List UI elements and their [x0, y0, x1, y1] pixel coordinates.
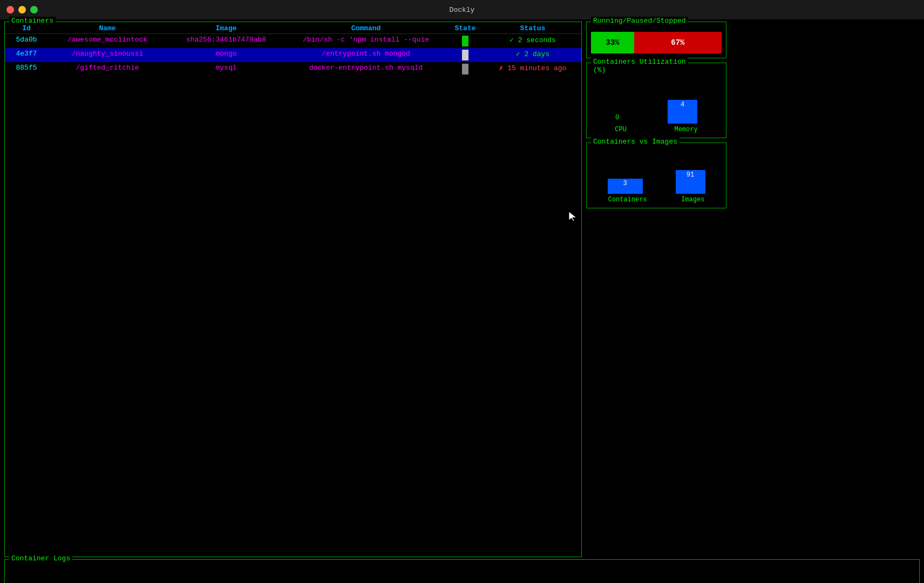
cvi-box: Containers vs Images 3 91 Contai — [586, 143, 726, 208]
row-state — [446, 36, 484, 46]
cvi-content: 3 91 Containers Images — [591, 156, 722, 204]
logs-content — [5, 560, 919, 583]
table-row[interactable]: 885f5 /gifted_ritchie mysql docker-entry… — [5, 62, 581, 76]
table-header: Id Name Image Command State Status — [5, 22, 581, 34]
images-chart: 91 — [676, 170, 705, 194]
row-image: mysql — [167, 64, 286, 74]
close-button[interactable] — [6, 6, 14, 13]
cvi-labels: Containers Images — [591, 196, 722, 204]
images-label: Images — [681, 196, 704, 204]
minimize-button[interactable] — [18, 6, 26, 13]
row-command: /bin/sh -c 'npm install --quie — [286, 36, 446, 46]
containers-chart: 3 — [608, 179, 643, 194]
logs-panel: Container Logs — [4, 559, 920, 583]
cvi-label: Containers vs Images — [591, 138, 680, 146]
cpu-chart: 0 — [615, 114, 619, 124]
row-name: /awesome_mcclintock — [48, 36, 167, 46]
col-header-state: State — [446, 24, 484, 32]
col-header-name: Name — [48, 24, 167, 32]
col-header-image: Image — [167, 24, 286, 32]
util-labels: CPU Memory — [591, 126, 722, 133]
rps-box: Running/Paused/Stopped 33% 67% — [586, 22, 726, 58]
utilization-label: Containers Utilization(%) — [591, 58, 688, 74]
row-status: ✓ 2 seconds — [484, 36, 581, 46]
table-row[interactable]: 5da0b /awesome_mcclintock sha256:3461b74… — [5, 34, 581, 48]
cvi-charts: 3 91 — [591, 156, 722, 194]
state-icon-white — [462, 50, 468, 60]
containers-panel-label: Containers — [9, 17, 56, 25]
row-status: ✗ 15 minutes ago — [484, 64, 581, 74]
window-controls — [6, 6, 38, 13]
logs-panel-label: Container Logs — [9, 554, 72, 562]
row-state — [446, 64, 484, 74]
containers-panel: Containers Id Name Image Command State S… — [4, 22, 582, 557]
cpu-label: CPU — [615, 126, 627, 133]
row-command: docker-entrypoint.sh mysqld — [286, 64, 446, 74]
state-icon-gray — [462, 64, 468, 74]
row-status: ✓ 2 days — [484, 50, 581, 60]
col-header-id: Id — [5, 24, 48, 32]
utilization-box: Containers Utilization(%) 0 4 CPU Memory — [586, 63, 726, 138]
row-id: 4e3f7 — [5, 50, 48, 60]
util-charts: 0 4 — [591, 80, 722, 124]
app-title: Dockly — [450, 6, 475, 14]
main-area: Containers Id Name Image Command State S… — [0, 19, 924, 559]
row-id: 885f5 — [5, 64, 48, 74]
utilization-content: 0 4 CPU Memory — [591, 80, 722, 133]
row-name: /naughty_sinoussi — [48, 50, 167, 60]
containers-bar: 3 — [608, 179, 643, 194]
col-header-status: Status — [484, 24, 581, 32]
cpu-value: 0 — [615, 114, 619, 121]
row-state — [446, 50, 484, 60]
memory-chart: 4 — [668, 100, 697, 124]
table-row[interactable]: 4e3f7 /naughty_sinoussi mongo /entrypoin… — [5, 48, 581, 62]
rps-bar: 33% 67% — [591, 32, 722, 53]
images-bar: 91 — [676, 170, 705, 194]
row-name: /gifted_ritchie — [48, 64, 167, 74]
containers-label: Containers — [608, 196, 647, 204]
row-command: /entrypoint.sh mongod — [286, 50, 446, 60]
row-image: mongo — [167, 50, 286, 60]
row-id: 5da0b — [5, 36, 48, 46]
rps-label: Running/Paused/Stopped — [591, 17, 688, 25]
right-panel: Running/Paused/Stopped 33% 67% Container… — [586, 22, 726, 557]
col-header-command: Command — [286, 24, 446, 32]
state-icon-green — [462, 36, 468, 46]
memory-bar: 4 — [668, 100, 697, 124]
row-image: sha256:3461b7479ab8 — [167, 36, 286, 46]
maximize-button[interactable] — [30, 6, 38, 13]
rps-red: 67% — [634, 32, 722, 53]
rps-green: 33% — [591, 32, 634, 53]
images-value: 91 — [687, 171, 694, 179]
memory-value: 4 — [681, 101, 684, 109]
titlebar: Dockly — [0, 0, 924, 19]
memory-label: Memory — [674, 126, 697, 133]
containers-value: 3 — [623, 180, 627, 187]
